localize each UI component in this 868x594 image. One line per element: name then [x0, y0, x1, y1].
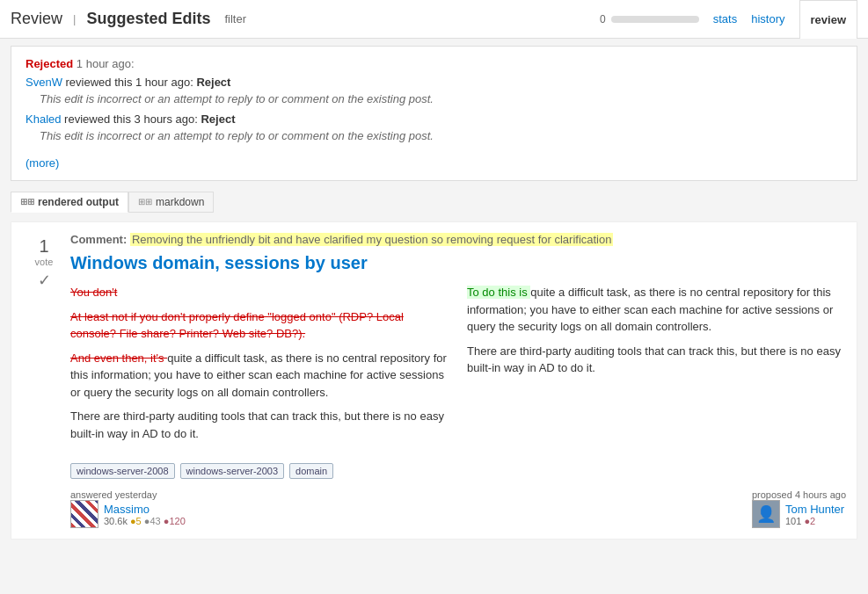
content-area: 1 vote ✓ Comment: Removing the unfriendl… [11, 221, 857, 540]
rendered-output-label: rendered output [38, 196, 119, 208]
answerer-avatar [70, 500, 98, 528]
rejected-time: 1 hour ago: [77, 57, 135, 70]
proposed-label: proposed 4 hours ago [752, 489, 846, 500]
reviewer-2-action: Reject [201, 112, 235, 126]
left-del-1: You don't [70, 286, 117, 299]
tags-container: windows-server-2008 windows-server-2003 … [70, 463, 846, 479]
tab-rendered-output[interactable]: ⊞⊞ rendered output [11, 192, 128, 213]
proposer-user: 👤 Tom Hunter 101 ●2 [752, 500, 846, 528]
reviewer-2-text: reviewed this 3 hours ago: [64, 112, 201, 126]
post-footer: answered yesterday Massimo 30.6k ●5 ●43 … [70, 489, 846, 528]
answerer-block: answered yesterday Massimo 30.6k ●5 ●43 … [70, 489, 186, 528]
progress-area: 0 [600, 13, 699, 25]
reviewer-2-reason: This edit is incorrect or an attempt to … [26, 129, 842, 142]
review-count: 0 [600, 13, 606, 25]
history-link[interactable]: history [744, 12, 791, 25]
answerer-name[interactable]: Massimo [104, 503, 186, 516]
comment-line: Comment: Removing the unfriendly bit and… [70, 233, 846, 246]
review-title: Review [11, 10, 62, 28]
diff-left: You don't At least not if you don't prop… [70, 284, 449, 449]
accepted-checkmark: ✓ [22, 271, 66, 290]
vote-label: vote [22, 257, 66, 267]
tag-windows-server-2003[interactable]: windows-server-2003 [180, 463, 285, 479]
suggested-edits-subtitle: Suggested Edits [86, 10, 210, 28]
proposer-avatar: 👤 [752, 500, 780, 528]
markdown-label: markdown [156, 196, 204, 208]
left-del-3: And even then, it's [70, 351, 167, 365]
left-para-1: You don't [70, 284, 449, 301]
answerer-rep: 30.6k ●5 ●43 ●120 [104, 516, 186, 526]
left-para-3: And even then, it's quite a difficult ta… [70, 350, 449, 402]
tab-markdown[interactable]: ⊞⊞ markdown [128, 192, 214, 213]
stats-link[interactable]: stats [713, 12, 737, 25]
proposer-name[interactable]: Tom Hunter [785, 503, 844, 516]
page-header: Review | Suggested Edits filter 0 stats … [0, 0, 868, 39]
more-link[interactable]: (more) [26, 156, 59, 170]
comment-label: Comment: [70, 233, 127, 246]
proposer-bronze: ●2 [804, 516, 815, 526]
markdown-icon: ⊞⊞ [138, 197, 152, 207]
tab-bar: ⊞⊞ rendered output ⊞⊞ markdown [11, 192, 857, 213]
answerer-silver: ●43 [144, 516, 161, 526]
review-box: Rejected 1 hour ago: SvenW reviewed this… [11, 46, 857, 181]
main-content: Rejected 1 hour ago: SvenW reviewed this… [0, 39, 868, 547]
reviewer-2-name[interactable]: Khaled [26, 112, 61, 126]
answered-label: answered yesterday [70, 489, 157, 500]
right-ins-1: To do this is [467, 286, 530, 299]
answerer-user: Massimo 30.6k ●5 ●43 ●120 [70, 500, 186, 528]
rejected-line: Rejected 1 hour ago: [26, 57, 842, 70]
review-tab[interactable]: review [799, 0, 857, 39]
proposer-block: proposed 4 hours ago 👤 Tom Hunter 101 ●2 [752, 489, 846, 528]
rendered-output-icon: ⊞⊞ [20, 197, 34, 207]
post-title[interactable]: Windows domain, sessions by user [70, 253, 846, 273]
comment-text: Removing the unfriendly bit and have cla… [130, 233, 614, 246]
progress-bar-background [611, 16, 699, 23]
diff-right: To do this is quite a difficult task, as… [467, 284, 846, 449]
reviewer-line-1: SvenW reviewed this 1 hour ago: Reject [26, 76, 842, 89]
post-column: Comment: Removing the unfriendly bit and… [70, 233, 846, 528]
answerer-bronze: ●120 [164, 516, 186, 526]
tag-windows-server-2008[interactable]: windows-server-2008 [70, 463, 175, 479]
tag-domain[interactable]: domain [289, 463, 333, 479]
reviewer-1-text: reviewed this 1 hour ago: [66, 76, 197, 89]
right-para-1: To do this is quite a difficult task, as… [467, 284, 846, 336]
answerer-gold: ●5 [130, 516, 142, 526]
rejected-label: Rejected [26, 57, 73, 70]
reviewer-1-name[interactable]: SvenW [26, 76, 62, 89]
vote-count: 1 [22, 236, 66, 257]
reviewer-line-2: Khaled reviewed this 3 hours ago: Reject [26, 112, 842, 126]
diff-container: You don't At least not if you don't prop… [70, 284, 846, 449]
reviewer-1-reason: This edit is incorrect or an attempt to … [26, 92, 842, 105]
vote-column: 1 vote ✓ [22, 233, 66, 290]
proposer-rep: 101 ●2 [785, 516, 815, 526]
reviewer-1-action: Reject [196, 76, 230, 89]
left-del-2: At least not if you don't properly defin… [70, 310, 404, 341]
left-para-2: At least not if you don't properly defin… [70, 308, 449, 343]
header-separator: | [73, 12, 76, 25]
filter-label[interactable]: filter [224, 12, 246, 25]
right-para-2: There are third-party auditing tools tha… [467, 343, 846, 377]
left-para-4: There are third-party auditing tools tha… [70, 408, 449, 442]
